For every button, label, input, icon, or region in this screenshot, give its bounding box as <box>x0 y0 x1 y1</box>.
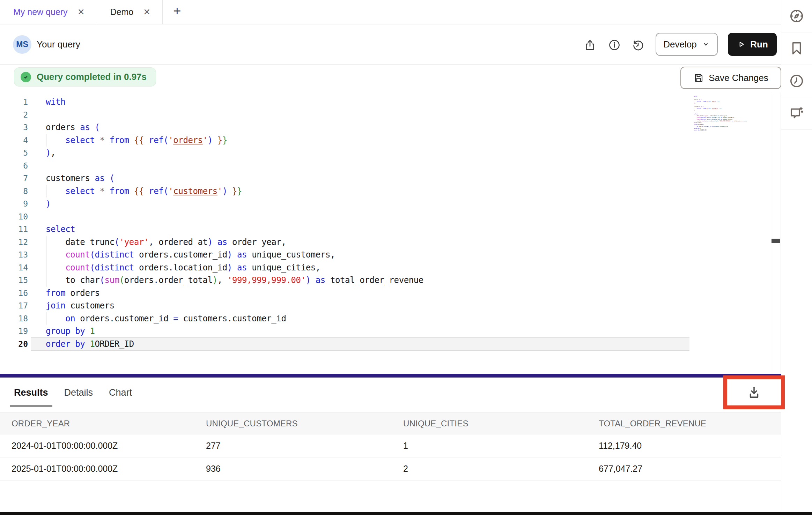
code-text: orders as ( <box>46 121 100 134</box>
code-text: select <box>46 223 75 236</box>
table-cell: 277 <box>194 434 392 457</box>
line-number: 1 <box>0 96 28 109</box>
chevron-down-icon <box>702 40 710 48</box>
minimap-line: order by 1ORDER_ID <box>694 129 705 131</box>
code-text: to_char(sum(orders.order_total), '999,99… <box>46 274 423 287</box>
clock-icon[interactable] <box>781 65 812 97</box>
table-cell: 112,179.40 <box>587 434 781 457</box>
results-tab-details[interactable]: Details <box>64 387 93 398</box>
app-window: My new query✕Demo✕ + MS Your query Devel… <box>0 0 812 515</box>
query-status-badge: Query completed in 0.97s <box>14 67 156 87</box>
file-tab[interactable]: Demo✕ <box>97 0 163 24</box>
table-cell: 2 <box>392 457 587 480</box>
new-tab-button[interactable]: + <box>163 0 181 24</box>
table-cell: 2025-01-01T00:00:00.000Z <box>0 457 194 480</box>
editor-scrollbar[interactable] <box>771 92 781 374</box>
line-number: 10 <box>0 210 28 223</box>
file-tab-label: My new query <box>13 7 68 17</box>
code-line: 18 on orders.customer_id = customers.cus… <box>0 312 781 325</box>
code-line: 15 to_char(sum(orders.order_total), '999… <box>0 274 781 287</box>
code-line: 19group by 1 <box>0 325 781 338</box>
results-tab-chart[interactable]: Chart <box>109 387 132 398</box>
line-number: 4 <box>0 134 28 147</box>
screen-bottom-edge <box>0 512 812 515</box>
code-text: date_trunc('year', ordered_at) as order_… <box>46 236 286 249</box>
run-button[interactable]: Run <box>728 33 777 56</box>
column-header: TOTAL_ORDER_REVENUE <box>587 413 781 434</box>
file-tabs: My new query✕Demo✕ <box>0 0 163 24</box>
code-text: ), <box>46 147 56 159</box>
run-label: Run <box>750 39 768 50</box>
close-tab-icon[interactable]: ✕ <box>77 8 85 16</box>
line-number: 6 <box>0 159 28 172</box>
column-header: UNIQUE_CUSTOMERS <box>194 413 392 434</box>
editor-scrollbar-thumb[interactable] <box>772 239 780 243</box>
code-line: 13 count(distinct orders.customer_id) as… <box>0 248 781 261</box>
page-title: Your query <box>37 39 80 50</box>
file-tabbar: My new query✕Demo✕ + <box>0 0 781 24</box>
right-sidebar <box>781 0 812 515</box>
code-line: 3orders as ( <box>0 121 781 134</box>
code-line: 16from orders <box>0 287 781 300</box>
file-tab[interactable]: My new query✕ <box>0 0 97 24</box>
download-icon <box>747 385 761 400</box>
code-line: 20order by 1ORDER_ID <box>0 338 781 351</box>
table-cell: 1 <box>392 434 587 457</box>
code-text: order by 1ORDER_ID <box>46 338 134 351</box>
query-status-text: Query completed in 0.97s <box>37 72 147 82</box>
code-line: 4 select * from {{ ref('orders') }} <box>0 134 781 147</box>
results-table: ORDER_YEARUNIQUE_CUSTOMERSUNIQUE_CITIEST… <box>0 412 781 480</box>
results-tab-results[interactable]: Results <box>14 387 48 398</box>
line-number: 2 <box>0 109 28 121</box>
code-line: 10 <box>0 210 781 223</box>
line-number: 7 <box>0 172 28 185</box>
download-results-button[interactable] <box>747 385 761 400</box>
code-line: 14 count(distinct orders.location_id) as… <box>0 261 781 274</box>
save-icon <box>693 73 704 83</box>
code-text: select * from {{ ref('customers') }} <box>46 185 242 198</box>
line-number: 17 <box>0 299 28 312</box>
code-line: 12 date_trunc('year', ordered_at) as ord… <box>0 236 781 249</box>
minimap-line: select * from {{ ref('orders') }} <box>694 100 705 102</box>
table-cell: 2024-01-01T00:00:00.000Z <box>0 434 194 457</box>
panel-resize-handle[interactable] <box>0 374 781 378</box>
line-number: 19 <box>0 325 28 338</box>
code-line: 8 select * from {{ ref('customers') }} <box>0 185 781 198</box>
line-number: 14 <box>0 261 28 274</box>
line-number: 9 <box>0 197 28 210</box>
code-text: count(distinct orders.location_id) as un… <box>46 261 320 274</box>
bookmark-icon[interactable] <box>781 32 812 65</box>
line-number: 12 <box>0 236 28 249</box>
code-text: join customers <box>46 299 115 312</box>
share-icon[interactable] <box>582 37 598 53</box>
line-number: 11 <box>0 223 28 236</box>
editor-minimap[interactable]: withorders as ( select * from {{ ref('or… <box>694 95 770 162</box>
line-number: 20 <box>0 338 28 351</box>
info-icon[interactable] <box>607 37 622 53</box>
code-line: 7customers as ( <box>0 172 781 185</box>
minimap-line: select * from {{ ref('customers') }} <box>694 108 705 110</box>
history-icon[interactable] <box>630 37 646 53</box>
develop-label: Develop <box>663 39 696 50</box>
code-text: count(distinct orders.customer_id) as un… <box>46 248 335 261</box>
annotation-highlight-box <box>723 375 785 409</box>
results-panel: ResultsDetailsChart ORDER_YEARUNIQUE_CUS… <box>0 378 781 512</box>
close-tab-icon[interactable]: ✕ <box>143 8 150 16</box>
save-changes-button[interactable]: Save Changes <box>680 67 781 89</box>
code-text: group by 1 <box>46 325 95 338</box>
status-row: Query completed in 0.97s Save Changes <box>0 65 781 92</box>
develop-dropdown[interactable]: Develop <box>656 33 718 56</box>
line-number: 5 <box>0 147 28 159</box>
line-number: 15 <box>0 274 28 287</box>
column-header: UNIQUE_CITIES <box>392 413 587 434</box>
compass-icon[interactable] <box>781 0 812 32</box>
column-header: ORDER_YEAR <box>0 413 194 434</box>
code-line: 9) <box>0 197 781 210</box>
minimap-content: withorders as ( select * from {{ ref('or… <box>694 95 705 131</box>
file-tab-label: Demo <box>110 7 134 17</box>
table-header-row: ORDER_YEARUNIQUE_CUSTOMERSUNIQUE_CITIEST… <box>0 413 781 434</box>
table-row: 2025-01-01T00:00:00.000Z9362677,047.27 <box>0 457 781 480</box>
sql-editor[interactable]: 1with23orders as (4 select * from {{ ref… <box>0 92 781 374</box>
avatar: MS <box>13 35 31 54</box>
chat-sparkles-icon[interactable] <box>781 97 812 130</box>
